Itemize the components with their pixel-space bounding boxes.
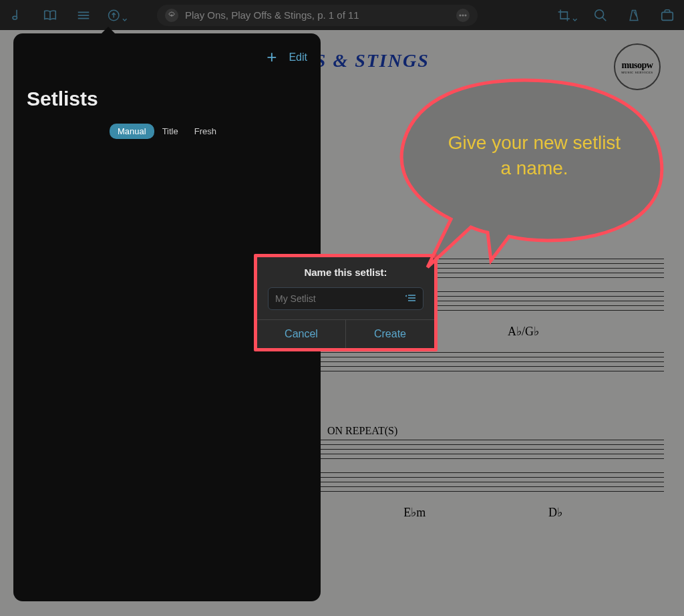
- list-picker-icon[interactable]: [405, 293, 416, 304]
- setlist-name-input[interactable]: [275, 293, 405, 304]
- annotation-callout: Give your new setlist a name.: [387, 67, 661, 247]
- edit-button[interactable]: Edit: [289, 51, 307, 63]
- segment-fresh[interactable]: Fresh: [186, 124, 224, 139]
- panel-title: Setlists: [27, 88, 307, 110]
- segment-manual[interactable]: Manual: [110, 124, 154, 139]
- panel-arrow: [100, 27, 116, 35]
- setlist-name-field-wrapper: [268, 287, 423, 310]
- sort-segmented-control: Manual Title Fresh: [27, 124, 307, 139]
- callout-text: Give your new setlist a name.: [441, 130, 628, 181]
- add-setlist-button[interactable]: +: [267, 47, 277, 67]
- create-button[interactable]: Create: [346, 320, 434, 348]
- cancel-button[interactable]: Cancel: [257, 320, 346, 348]
- segment-title[interactable]: Title: [154, 124, 186, 139]
